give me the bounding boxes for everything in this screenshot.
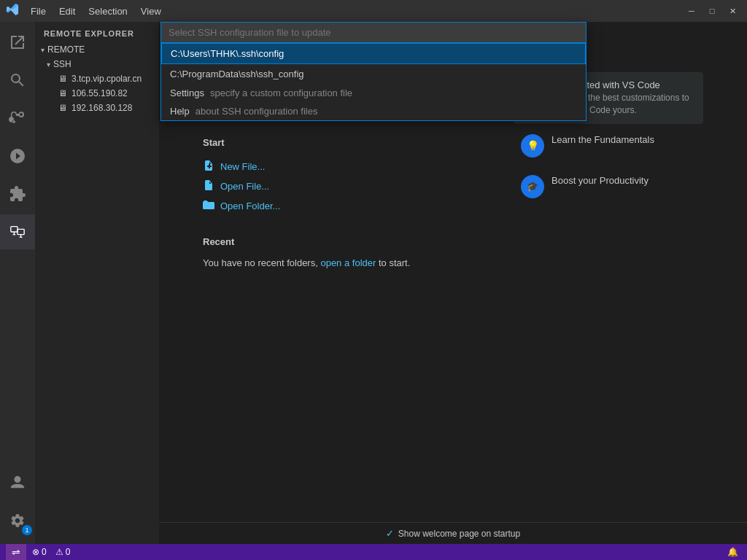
command-palette: C:\Users\THHK\.ssh\config C:\ProgramData… (160, 22, 587, 121)
action-new-file[interactable]: New File... (203, 157, 470, 176)
command-palette-input[interactable] (161, 23, 586, 43)
show-welcome-checkbox-label[interactable]: ✓ Show welcome page on startup (386, 528, 520, 539)
sidebar-remote-section: ▾ REMOTE ▾ SSH 🖥 3.tcp.vip.cpolar.cn 🖥 1… (35, 42, 159, 115)
status-bar: ⇌ ⊗ 0 ⚠ 0 🔔 (0, 544, 747, 560)
activity-explorer[interactable] (0, 25, 35, 60)
activity-account[interactable] (0, 465, 35, 500)
action-open-folder[interactable]: Open Folder... (203, 196, 470, 216)
status-remote[interactable]: ⇌ (6, 544, 26, 560)
activity-remote-explorer[interactable] (0, 214, 35, 249)
walkthrough-item-1[interactable]: 💡 Learn the Fundamentals (514, 127, 703, 165)
activity-search[interactable] (0, 63, 35, 98)
notification-icon: 🔔 (727, 547, 738, 557)
sidebar-ssh-section: ▾ SSH 🖥 3.tcp.vip.cpolar.cn 🖥 106.55.190… (35, 57, 159, 115)
activity-bottom: 1 (0, 465, 35, 544)
command-item-help-label: Help (170, 106, 190, 117)
svg-rect-0 (11, 227, 18, 232)
ssh-collapse-icon: ▾ (47, 61, 50, 69)
command-item-settings-desc: specify a custom configuration file (210, 88, 352, 98)
activity-extensions[interactable] (0, 176, 35, 211)
action-open-file[interactable]: Open File... (203, 176, 470, 196)
svg-rect-1 (18, 229, 24, 234)
collapse-icon: ▾ (41, 46, 44, 54)
walkthrough-icon-1: 💡 (521, 134, 544, 158)
settings-badge: 1 (22, 525, 32, 535)
error-icon: ⊗ (32, 547, 39, 557)
monitor-icon-0: 🖥 (58, 74, 67, 84)
checkmark-icon: ✓ (386, 528, 394, 539)
sidebar: Remote Explorer ▾ REMOTE ▾ SSH 🖥 3.tcp.v… (35, 22, 159, 544)
sidebar-ssh-label: SSH (53, 59, 71, 69)
action-list: New File... Open File... (203, 157, 470, 216)
warning-icon: ⚠ (55, 547, 63, 557)
status-warnings[interactable]: ⚠ 0 (53, 544, 74, 560)
minimize-button[interactable]: ─ (683, 4, 700, 18)
sidebar-host-label-1: 106.55.190.82 (71, 88, 128, 98)
command-item-settings-label: Settings (170, 88, 204, 98)
status-right: 🔔 (724, 544, 741, 560)
titlebar: File Edit Selection View ─ □ ✕ (0, 0, 747, 22)
open-file-link: Open File... (220, 181, 269, 192)
menu-bar: File Edit Selection View (25, 4, 683, 18)
activity-run[interactable] (0, 139, 35, 174)
walkthrough-icon-2: 🎓 (521, 175, 544, 198)
maximize-button[interactable]: □ (703, 4, 721, 18)
sidebar-remote-header[interactable]: ▾ REMOTE (35, 42, 159, 57)
command-palette-item-1[interactable]: C:\ProgramData\ssh\ssh_config (161, 64, 586, 84)
recent-text-after2: to start. (379, 257, 410, 268)
sidebar-ssh-header[interactable]: ▾ SSH (41, 57, 159, 71)
open-folder-recent-link[interactable]: open a folder (320, 257, 376, 268)
sidebar-host-label-0: 3.tcp.vip.cpolar.cn (71, 74, 142, 84)
open-folder-icon (203, 199, 214, 213)
start-heading: Start (203, 137, 470, 148)
walkthrough-info-1: Learn the Fundamentals (551, 134, 654, 145)
sidebar-title: Remote Explorer (35, 22, 159, 42)
status-left: ⊗ 0 ⚠ 0 (29, 544, 73, 560)
remote-icon: ⇌ (12, 546, 20, 558)
window-controls: ─ □ ✕ (683, 4, 741, 18)
activity-source-control[interactable] (0, 101, 35, 136)
sidebar-remote-label: REMOTE (47, 44, 85, 55)
menu-file[interactable]: File (25, 4, 52, 18)
command-palette-item-3[interactable]: Help about SSH configuration files (161, 102, 586, 120)
walkthrough-info-2: Boost your Productivity (551, 175, 649, 186)
monitor-icon-2: 🖥 (58, 103, 67, 113)
monitor-icon-1: 🖥 (58, 88, 67, 98)
activity-settings[interactable]: 1 (0, 503, 35, 538)
status-errors[interactable]: ⊗ 0 (29, 544, 50, 560)
new-file-link: New File... (220, 161, 265, 172)
walkthrough-item-2[interactable]: 🎓 Boost your Productivity (514, 168, 703, 206)
menu-edit[interactable]: Edit (53, 4, 81, 18)
error-count: 0 (42, 547, 47, 557)
command-palette-item-2[interactable]: Settings specify a custom configuration … (161, 84, 586, 102)
open-file-icon (203, 179, 214, 193)
show-welcome-label: Show welcome page on startup (398, 529, 520, 539)
recent-text: You have no recent folders, open a folde… (203, 256, 470, 271)
activity-bar: 1 (0, 22, 35, 544)
sidebar-host-2[interactable]: 🖥 192.168.30.128 (41, 101, 159, 115)
recent-heading: Recent (203, 236, 470, 247)
command-palette-item-0[interactable]: C:\Users\THHK\.ssh\config (161, 43, 586, 64)
close-button[interactable]: ✕ (724, 4, 741, 18)
sidebar-host-0[interactable]: 🖥 3.tcp.vip.cpolar.cn (41, 71, 159, 86)
welcome-footer: ✓ Show welcome page on startup (159, 522, 747, 544)
vscode-logo (6, 3, 19, 19)
warning-count: 0 (66, 547, 71, 557)
sidebar-host-label-2: 192.168.30.128 (71, 103, 132, 113)
open-folder-link: Open Folder... (220, 201, 280, 211)
recent-text-before: You have no recent folders, (203, 257, 318, 268)
status-notifications[interactable]: 🔔 (724, 544, 741, 560)
new-file-icon (203, 160, 214, 174)
walkthrough-name-2: Boost your Productivity (551, 175, 649, 186)
command-item-help-desc: about SSH configuration files (196, 106, 318, 117)
menu-selection[interactable]: Selection (82, 4, 133, 18)
sidebar-host-1[interactable]: 🖥 106.55.190.82 (41, 86, 159, 101)
walkthrough-name-1: Learn the Fundamentals (551, 134, 654, 145)
menu-view[interactable]: View (135, 4, 167, 18)
